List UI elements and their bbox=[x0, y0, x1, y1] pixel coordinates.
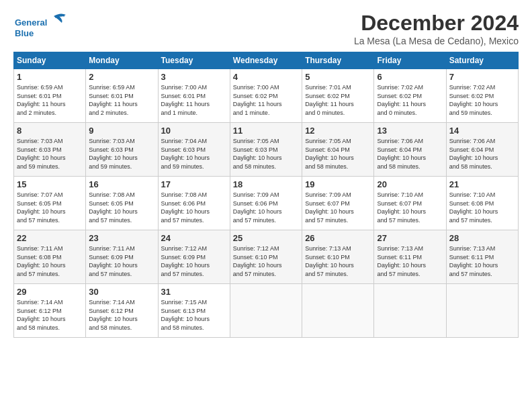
calendar-cell: 15Sunrise: 7:07 AM Sunset: 6:05 PM Dayli… bbox=[14, 177, 86, 230]
col-monday: Monday bbox=[86, 52, 158, 69]
day-info: Sunrise: 7:06 AM Sunset: 6:04 PM Dayligh… bbox=[377, 137, 443, 171]
logo-icon: General Blue bbox=[13, 11, 74, 41]
header-row: Sunday Monday Tuesday Wednesday Thursday… bbox=[14, 52, 519, 69]
calendar-cell: 19Sunrise: 7:09 AM Sunset: 6:07 PM Dayli… bbox=[302, 177, 374, 230]
day-info: Sunrise: 6:59 AM Sunset: 6:01 PM Dayligh… bbox=[89, 83, 154, 117]
day-number: 11 bbox=[233, 126, 299, 136]
day-number: 21 bbox=[449, 179, 515, 189]
header: General Blue December 2024 La Mesa (La M… bbox=[13, 11, 519, 46]
week-row-5: 29Sunrise: 7:14 AM Sunset: 6:12 PM Dayli… bbox=[14, 284, 519, 338]
day-info: Sunrise: 7:02 AM Sunset: 6:02 PM Dayligh… bbox=[377, 83, 443, 117]
calendar-cell: 29Sunrise: 7:14 AM Sunset: 6:12 PM Dayli… bbox=[14, 284, 86, 338]
calendar-cell: 23Sunrise: 7:11 AM Sunset: 6:09 PM Dayli… bbox=[86, 230, 158, 284]
calendar-cell: 10Sunrise: 7:04 AM Sunset: 6:03 PM Dayli… bbox=[158, 123, 230, 177]
calendar-cell: 1Sunrise: 6:59 AM Sunset: 6:01 PM Daylig… bbox=[14, 69, 86, 123]
calendar-cell: 12Sunrise: 7:05 AM Sunset: 6:04 PM Dayli… bbox=[302, 123, 374, 177]
calendar-cell: 6Sunrise: 7:02 AM Sunset: 6:02 PM Daylig… bbox=[374, 69, 446, 123]
day-info: Sunrise: 7:05 AM Sunset: 6:03 PM Dayligh… bbox=[233, 137, 299, 171]
day-number: 26 bbox=[305, 233, 371, 243]
day-number: 23 bbox=[89, 233, 154, 243]
calendar-cell: 18Sunrise: 7:09 AM Sunset: 6:06 PM Dayli… bbox=[230, 177, 302, 230]
day-number: 3 bbox=[161, 72, 227, 82]
day-info: Sunrise: 7:07 AM Sunset: 6:05 PM Dayligh… bbox=[17, 191, 83, 224]
calendar-cell: 17Sunrise: 7:08 AM Sunset: 6:06 PM Dayli… bbox=[158, 177, 230, 230]
day-info: Sunrise: 7:11 AM Sunset: 6:09 PM Dayligh… bbox=[89, 244, 154, 278]
calendar-cell: 11Sunrise: 7:05 AM Sunset: 6:03 PM Dayli… bbox=[230, 123, 302, 177]
calendar-cell: 5Sunrise: 7:01 AM Sunset: 6:02 PM Daylig… bbox=[302, 69, 374, 123]
day-info: Sunrise: 7:14 AM Sunset: 6:12 PM Dayligh… bbox=[89, 298, 154, 332]
calendar-cell: 28Sunrise: 7:13 AM Sunset: 6:11 PM Dayli… bbox=[446, 230, 518, 284]
day-number: 14 bbox=[449, 126, 515, 136]
day-info: Sunrise: 7:09 AM Sunset: 6:07 PM Dayligh… bbox=[305, 191, 371, 224]
day-number: 31 bbox=[161, 287, 227, 297]
day-info: Sunrise: 7:10 AM Sunset: 6:08 PM Dayligh… bbox=[449, 191, 515, 224]
day-info: Sunrise: 7:00 AM Sunset: 6:02 PM Dayligh… bbox=[233, 83, 299, 117]
col-sunday: Sunday bbox=[14, 52, 86, 69]
day-number: 17 bbox=[161, 179, 227, 189]
svg-text:Blue: Blue bbox=[15, 28, 34, 38]
day-number: 9 bbox=[89, 126, 154, 136]
calendar-cell: 16Sunrise: 7:08 AM Sunset: 6:05 PM Dayli… bbox=[86, 177, 158, 230]
week-row-2: 8Sunrise: 7:03 AM Sunset: 6:03 PM Daylig… bbox=[14, 123, 519, 177]
day-number: 1 bbox=[17, 72, 83, 82]
day-number: 27 bbox=[377, 233, 443, 243]
col-saturday: Saturday bbox=[446, 52, 518, 69]
calendar-cell: 25Sunrise: 7:12 AM Sunset: 6:10 PM Dayli… bbox=[230, 230, 302, 284]
week-row-4: 22Sunrise: 7:11 AM Sunset: 6:08 PM Dayli… bbox=[14, 230, 519, 284]
location-title: La Mesa (La Mesa de Cedano), Mexico bbox=[354, 36, 519, 46]
day-info: Sunrise: 7:04 AM Sunset: 6:03 PM Dayligh… bbox=[161, 137, 227, 171]
day-info: Sunrise: 7:13 AM Sunset: 6:11 PM Dayligh… bbox=[449, 244, 515, 278]
day-number: 8 bbox=[17, 126, 83, 136]
day-info: Sunrise: 6:59 AM Sunset: 6:01 PM Dayligh… bbox=[17, 83, 83, 117]
col-wednesday: Wednesday bbox=[230, 52, 302, 69]
calendar-cell: 30Sunrise: 7:14 AM Sunset: 6:12 PM Dayli… bbox=[86, 284, 158, 338]
page: General Blue December 2024 La Mesa (La M… bbox=[0, 0, 532, 345]
day-info: Sunrise: 7:13 AM Sunset: 6:10 PM Dayligh… bbox=[305, 244, 371, 278]
day-info: Sunrise: 7:10 AM Sunset: 6:07 PM Dayligh… bbox=[377, 191, 443, 224]
day-number: 30 bbox=[89, 287, 154, 297]
day-info: Sunrise: 7:00 AM Sunset: 6:01 PM Dayligh… bbox=[161, 83, 227, 117]
day-info: Sunrise: 7:06 AM Sunset: 6:04 PM Dayligh… bbox=[449, 137, 515, 171]
day-number: 19 bbox=[305, 179, 371, 189]
day-info: Sunrise: 7:12 AM Sunset: 6:10 PM Dayligh… bbox=[233, 244, 299, 278]
calendar-cell: 31Sunrise: 7:15 AM Sunset: 6:13 PM Dayli… bbox=[158, 284, 230, 338]
logo: General Blue bbox=[13, 11, 74, 41]
day-info: Sunrise: 7:08 AM Sunset: 6:05 PM Dayligh… bbox=[89, 191, 154, 224]
day-number: 10 bbox=[161, 126, 227, 136]
calendar-cell bbox=[374, 284, 446, 338]
day-info: Sunrise: 7:01 AM Sunset: 6:02 PM Dayligh… bbox=[305, 83, 371, 117]
day-number: 22 bbox=[17, 233, 83, 243]
day-info: Sunrise: 7:12 AM Sunset: 6:09 PM Dayligh… bbox=[161, 244, 227, 278]
calendar-cell: 27Sunrise: 7:13 AM Sunset: 6:11 PM Dayli… bbox=[374, 230, 446, 284]
day-info: Sunrise: 7:02 AM Sunset: 6:02 PM Dayligh… bbox=[449, 83, 515, 117]
week-row-3: 15Sunrise: 7:07 AM Sunset: 6:05 PM Dayli… bbox=[14, 177, 519, 230]
day-number: 5 bbox=[305, 72, 371, 82]
day-info: Sunrise: 7:11 AM Sunset: 6:08 PM Dayligh… bbox=[17, 244, 83, 278]
col-thursday: Thursday bbox=[302, 52, 374, 69]
day-number: 6 bbox=[377, 72, 443, 82]
col-friday: Friday bbox=[374, 52, 446, 69]
month-title: December 2024 bbox=[354, 11, 519, 36]
day-number: 12 bbox=[305, 126, 371, 136]
calendar-cell: 13Sunrise: 7:06 AM Sunset: 6:04 PM Dayli… bbox=[374, 123, 446, 177]
calendar-cell: 14Sunrise: 7:06 AM Sunset: 6:04 PM Dayli… bbox=[446, 123, 518, 177]
day-info: Sunrise: 7:03 AM Sunset: 6:03 PM Dayligh… bbox=[89, 137, 154, 171]
calendar-cell: 8Sunrise: 7:03 AM Sunset: 6:03 PM Daylig… bbox=[14, 123, 86, 177]
calendar-cell: 4Sunrise: 7:00 AM Sunset: 6:02 PM Daylig… bbox=[230, 69, 302, 123]
week-row-1: 1Sunrise: 6:59 AM Sunset: 6:01 PM Daylig… bbox=[14, 69, 519, 123]
day-info: Sunrise: 7:03 AM Sunset: 6:03 PM Dayligh… bbox=[17, 137, 83, 171]
day-info: Sunrise: 7:13 AM Sunset: 6:11 PM Dayligh… bbox=[377, 244, 443, 278]
calendar-table: Sunday Monday Tuesday Wednesday Thursday… bbox=[13, 52, 519, 338]
calendar-cell: 7Sunrise: 7:02 AM Sunset: 6:02 PM Daylig… bbox=[446, 69, 518, 123]
calendar-cell: 9Sunrise: 7:03 AM Sunset: 6:03 PM Daylig… bbox=[86, 123, 158, 177]
col-tuesday: Tuesday bbox=[158, 52, 230, 69]
calendar-cell bbox=[230, 284, 302, 338]
day-number: 16 bbox=[89, 179, 154, 189]
day-number: 18 bbox=[233, 179, 299, 189]
day-info: Sunrise: 7:14 AM Sunset: 6:12 PM Dayligh… bbox=[17, 298, 83, 332]
svg-text:General: General bbox=[15, 17, 47, 28]
calendar-cell bbox=[302, 284, 374, 338]
calendar-cell: 20Sunrise: 7:10 AM Sunset: 6:07 PM Dayli… bbox=[374, 177, 446, 230]
day-info: Sunrise: 7:15 AM Sunset: 6:13 PM Dayligh… bbox=[161, 298, 227, 332]
day-number: 15 bbox=[17, 179, 83, 189]
